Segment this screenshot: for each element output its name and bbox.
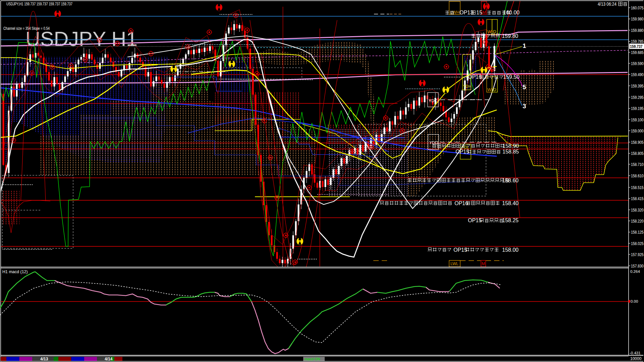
svg-text:M: M [482, 261, 485, 266]
svg-text:W: W [487, 87, 492, 92]
svg-text:160.075: 160.075 [631, 6, 644, 10]
svg-text:15: 15 [476, 10, 482, 15]
svg-text:159.50: 159.50 [503, 74, 520, 80]
svg-text:USDJPY H1: USDJPY H1 [25, 27, 138, 50]
svg-text:158.90: 158.90 [502, 143, 519, 149]
svg-text:158.805: 158.805 [631, 151, 644, 156]
svg-text:OP16: OP16 [454, 200, 468, 206]
svg-text:159.880: 159.880 [631, 28, 644, 33]
svg-text:4/13 06:24: 4/13 06:24 [598, 1, 616, 7]
svg-text:0.264: 0.264 [630, 269, 640, 274]
svg-text:USDJPY,H1 159.737 159.737 159: USDJPY,H1 159.737 159.737 159.737 159.73… [6, 2, 72, 6]
svg-text:157.830: 157.830 [631, 264, 644, 268]
svg-text:159.737: 159.737 [630, 44, 643, 49]
svg-text:159.295: 159.295 [631, 95, 644, 100]
svg-text:158.610: 158.610 [631, 174, 644, 178]
svg-text:YDC: YDC [429, 99, 437, 103]
svg-text:W: W [487, 29, 492, 34]
svg-text:D: D [493, 29, 496, 34]
svg-text:158.025: 158.025 [631, 241, 644, 246]
svg-text:159.195: 159.195 [631, 106, 644, 111]
svg-text:158.00: 158.00 [502, 247, 519, 253]
svg-text:D: D [493, 87, 496, 92]
svg-text:159.490: 159.490 [631, 72, 644, 77]
svg-text:Channel size = 354 Slope = 0.5: Channel size = 354 Slope = 0.54 [3, 26, 50, 31]
svg-text:4/14: 4/14 [105, 357, 113, 361]
svg-text:OP15: OP15 [453, 247, 467, 253]
svg-text:159.685: 159.685 [631, 50, 644, 55]
svg-text:LWL: LWL [450, 261, 459, 266]
svg-text:159.785: 159.785 [631, 39, 644, 44]
svg-text:159.100: 159.100 [631, 118, 644, 122]
svg-text:158.40: 158.40 [502, 200, 519, 206]
svg-text:YDH: YDH [463, 84, 471, 89]
svg-text:158.415: 158.415 [631, 196, 644, 201]
svg-text:159.000: 159.000 [631, 129, 644, 133]
svg-text:159.980: 159.980 [631, 17, 644, 21]
svg-text:-0.431: -0.431 [630, 351, 641, 355]
svg-text:M: M [482, 10, 486, 15]
svg-text:158.25: 158.25 [502, 218, 519, 223]
svg-text:OP15: OP15 [468, 218, 482, 223]
svg-text:OP15: OP15 [455, 149, 469, 155]
svg-text:macd ON: macd ON [305, 357, 320, 361]
svg-text:158.220: 158.220 [631, 219, 644, 224]
svg-text:158.905: 158.905 [631, 140, 644, 145]
svg-text:158.515: 158.515 [631, 185, 644, 190]
svg-text:159.395: 159.395 [631, 84, 644, 88]
svg-text:159.590: 159.590 [631, 61, 644, 66]
svg-text:158.85: 158.85 [502, 149, 519, 155]
svg-text:OP13: OP13 [460, 10, 473, 15]
svg-text:159.80: 159.80 [502, 33, 518, 39]
svg-text:10000: 10000 [630, 356, 642, 361]
svg-text:158.125: 158.125 [631, 230, 644, 235]
svg-text:158.320: 158.320 [631, 208, 644, 213]
svg-text:158.60: 158.60 [502, 178, 519, 183]
svg-text:3: 3 [523, 103, 526, 110]
svg-text:157.925: 157.925 [631, 252, 644, 257]
svg-text:158.710: 158.710 [631, 162, 644, 167]
svg-text:5: 5 [523, 83, 526, 90]
svg-text:OP16: OP16 [468, 74, 482, 80]
svg-text:H1 macd (12): H1 macd (12) [2, 269, 28, 274]
svg-text:1: 1 [523, 42, 526, 49]
svg-text:160.00: 160.00 [503, 10, 520, 15]
svg-text:0.00: 0.00 [631, 299, 638, 303]
svg-text:4/13: 4/13 [40, 357, 48, 361]
